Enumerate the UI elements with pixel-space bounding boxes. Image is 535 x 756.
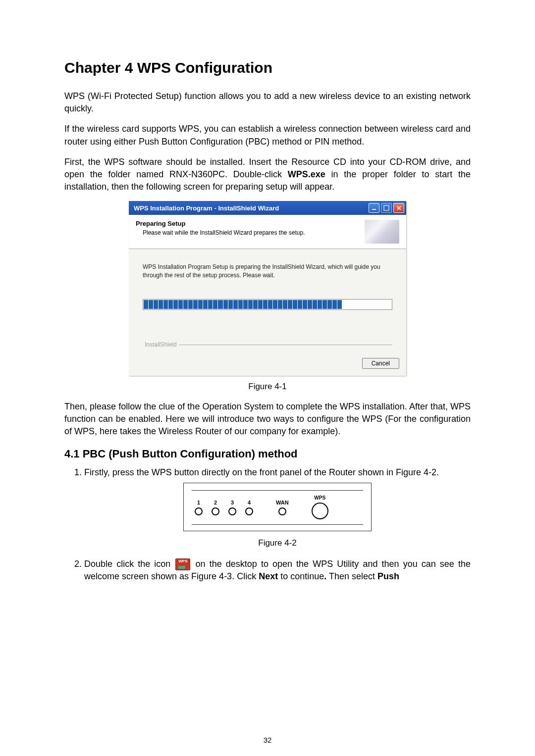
led-3: 3 <box>228 499 236 515</box>
wizard-subheading: Please wait while the InstallShield Wiza… <box>136 229 362 236</box>
bold-text: Next <box>259 571 278 581</box>
led-icon <box>195 507 203 515</box>
minimize-icon <box>372 209 376 210</box>
installshield-label: InstallShield <box>143 341 179 348</box>
paragraph: Then, please follow the clue of the Oper… <box>64 401 471 438</box>
section-title: 4.1 PBC (Push Button Configuration) meth… <box>64 448 471 460</box>
led-label: 2 <box>214 499 217 506</box>
figure-caption: Figure 4-2 <box>84 537 471 549</box>
wps-desktop-icon <box>175 558 190 570</box>
led-icon <box>245 507 253 515</box>
led-label: 1 <box>197 499 200 506</box>
bold-text: WPS.exe <box>288 169 325 179</box>
text: Double click the icon <box>84 559 174 569</box>
paragraph: If the wireless card supports WPS, you c… <box>64 123 471 148</box>
led-icon <box>278 507 286 515</box>
wizard-divider: InstallShield <box>143 345 392 345</box>
cancel-button[interactable]: Cancel <box>362 358 399 369</box>
paragraph: WPS (Wi-Fi Protected Setup) function all… <box>64 90 471 115</box>
text: Firstly, press the WPS button directly o… <box>84 467 439 477</box>
wizard-body: WPS Installation Program Setup is prepar… <box>129 249 406 352</box>
progress-fill <box>144 300 342 309</box>
bold-text: Push <box>377 571 399 581</box>
paragraph: First, the WPS software should be instal… <box>64 156 471 194</box>
wps-label: WPS <box>314 495 325 502</box>
installshield-wizard-window: WPS Installation Program - InstallShield… <box>129 201 406 375</box>
led-icon <box>228 507 236 515</box>
minimize-button[interactable] <box>369 203 379 213</box>
led-1: 1 <box>195 499 203 515</box>
router-panel-figure: 1 2 3 4 WAN WPS <box>183 483 372 531</box>
wps-button-area: WPS <box>312 495 328 519</box>
led-label: 4 <box>248 499 251 506</box>
wizard-header: Preparing Setup Please wait while the In… <box>129 215 406 249</box>
router-strip: 1 2 3 4 WAN WPS <box>192 490 363 525</box>
document-page: Chapter 4 WPS Configuration WPS (Wi-Fi P… <box>0 0 535 756</box>
wan-label: WAN <box>276 499 289 506</box>
figure-caption: Figure 4-1 <box>64 382 471 392</box>
window-title: WPS Installation Program - InstallShield… <box>134 204 367 212</box>
close-button[interactable]: ✕ <box>393 203 404 213</box>
text: Then select <box>326 571 377 581</box>
wizard-heading: Preparing Setup <box>136 220 362 227</box>
led-4: 4 <box>245 499 253 515</box>
list-item: Firstly, press the WPS button directly o… <box>84 466 471 549</box>
maximize-button[interactable] <box>381 203 392 213</box>
close-icon: ✕ <box>396 205 402 211</box>
chapter-title: Chapter 4 WPS Configuration <box>64 59 471 76</box>
wizard-message: WPS Installation Program Setup is prepar… <box>143 263 392 279</box>
wan-led: WAN <box>276 499 289 515</box>
text: to continue <box>278 571 324 581</box>
led-2: 2 <box>212 499 219 515</box>
led-icon <box>212 507 219 515</box>
page-number: 32 <box>0 736 535 744</box>
led-label: 3 <box>231 499 234 506</box>
maximize-icon <box>383 205 389 211</box>
progress-bar <box>143 299 392 310</box>
wps-button-icon <box>312 503 328 519</box>
wizard-art-icon <box>365 220 399 244</box>
titlebar: WPS Installation Program - InstallShield… <box>129 201 406 215</box>
led-group: 1 2 3 4 <box>195 499 253 515</box>
wizard-footer: Cancel <box>129 352 406 376</box>
list-item: Double click the icon on the desktop to … <box>84 558 471 583</box>
steps-list: Firstly, press the WPS button directly o… <box>64 466 471 583</box>
